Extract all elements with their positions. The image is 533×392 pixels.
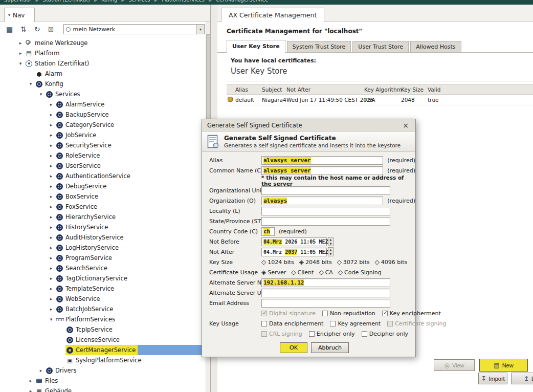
tree-item-webservice[interactable]: ▸WebService xyxy=(0,294,206,304)
tree-item-searchservice[interactable]: ▸SearchService xyxy=(0,263,206,273)
close-icon[interactable]: × xyxy=(401,121,410,129)
grid-icon[interactable]: ▦ xyxy=(6,26,13,33)
checkbox-key-agreement[interactable]: Key agreement xyxy=(330,320,381,327)
expand-arrow-icon[interactable]: ▸ xyxy=(47,245,55,250)
radio-1024-bits[interactable]: ◇1024 bits xyxy=(261,259,294,266)
expand-arrow-icon[interactable]: ▸ xyxy=(47,163,55,168)
tree-item-certmanagerservice[interactable]: CertManagerService xyxy=(0,345,206,355)
expand-arrow-icon[interactable]: ▸ xyxy=(47,122,55,127)
checkbox-decipher-only[interactable]: Decipher only xyxy=(362,331,408,337)
tree-item-drivers[interactable]: ▸Drivers xyxy=(0,365,206,376)
expand-arrow-icon[interactable]: ▸ xyxy=(16,40,25,46)
checkbox-encipher-only[interactable]: Encipher only xyxy=(309,331,355,337)
common-name-input[interactable]: alvasys server xyxy=(261,166,383,175)
breadcrumb-item-supervisor[interactable]: Supervisor xyxy=(4,0,31,3)
table-row[interactable]: defaultNiagara4Wed Jun 17 11:49:50 CEST … xyxy=(227,95,533,105)
org-unit-input[interactable] xyxy=(261,186,390,195)
alt-server-uri-input[interactable] xyxy=(261,289,390,297)
tree-item-files[interactable]: ▸Files xyxy=(0,376,206,386)
tree-item-historyservice[interactable]: ▸HistoryService xyxy=(0,222,206,232)
not-before-input[interactable]: 04.Mrz 2026 11:05 MEZ xyxy=(261,237,327,246)
collapse-arrow-icon[interactable]: ▾ xyxy=(47,317,55,322)
tree-item-templateservice[interactable]: ▸TemplateService xyxy=(0,284,206,294)
tree-item-tagdictionaryservice[interactable]: ▸TagDictionaryService xyxy=(0,273,206,284)
expand-arrow-icon[interactable]: ▸ xyxy=(47,112,55,117)
tree-item-securityservice[interactable]: ▸SecurityService xyxy=(0,140,206,150)
close-box-icon[interactable]: ⊠ xyxy=(48,26,54,33)
radio-server[interactable]: ◈Server xyxy=(261,269,286,276)
import-button[interactable]: ↧ Import xyxy=(478,373,507,384)
expand-arrow-icon[interactable]: ▸ xyxy=(47,184,55,189)
tree-item-batchjobservice[interactable]: ▸BatchJobService xyxy=(0,304,206,314)
expand-arrow-icon[interactable]: ▸ xyxy=(47,307,55,312)
new-button[interactable]: ▤ New xyxy=(479,359,528,372)
tree-item-alarm[interactable]: Alarm xyxy=(0,69,206,79)
radio-3072-bits[interactable]: ◇3072 bits xyxy=(337,259,370,266)
tree-item-syslogplatformservice[interactable]: SyslogPlatformService xyxy=(0,355,206,365)
combo-dropdown-button[interactable]: ▾ xyxy=(196,25,204,34)
refresh-icon[interactable]: ↻ xyxy=(34,26,40,33)
expand-arrow-icon[interactable]: ▸ xyxy=(37,368,45,373)
ok-button[interactable]: OK xyxy=(280,342,307,353)
checkbox-key-encipherment[interactable]: Key encipherment xyxy=(382,310,441,317)
tree-item-konfig[interactable]: ▾Konfig xyxy=(0,79,206,89)
collapse-arrow-icon[interactable]: ▾ xyxy=(16,61,25,66)
spinner-up-icon[interactable]: ▲ xyxy=(328,248,333,252)
breadcrumb-item-services[interactable]: Services xyxy=(128,0,150,3)
expand-arrow-icon[interactable]: ▸ xyxy=(47,153,55,158)
not-after-input[interactable]: 04.Mrz 2037 11:05 MEZ xyxy=(261,248,327,256)
expand-arrow-icon[interactable]: ▸ xyxy=(47,173,55,179)
date-spinner[interactable]: ▲▼ xyxy=(328,247,334,256)
tree-item-licenseservice[interactable]: LicenseService xyxy=(0,335,206,345)
checkbox-data-encipherment[interactable]: Data encipherment xyxy=(261,320,323,327)
tab-system-trust-store[interactable]: System Trust Store xyxy=(287,41,351,53)
country-code-input[interactable]: ch xyxy=(261,227,275,236)
collapse-arrow-icon[interactable]: ▾ xyxy=(27,81,35,86)
tree-item-categoryservice[interactable]: ▸CategoryService xyxy=(0,120,206,130)
tab-nav[interactable]: ▾ Nav xyxy=(4,8,35,22)
tree-item-backupservice[interactable]: ▸BackupService xyxy=(0,110,206,120)
breadcrumb-item-konfig[interactable]: Konfig xyxy=(101,0,117,3)
expand-arrow-icon[interactable]: ▸ xyxy=(47,296,55,301)
expand-arrow-icon[interactable]: ▸ xyxy=(47,204,55,209)
state-input[interactable] xyxy=(261,217,390,226)
expand-arrow-icon[interactable]: ▸ xyxy=(47,255,55,260)
tree-item-programservice[interactable]: ▸ProgramService xyxy=(0,253,206,263)
spinner-down-icon[interactable]: ▼ xyxy=(328,242,333,246)
expand-arrow-icon[interactable]: ▸ xyxy=(47,143,55,148)
tree-item-userservice[interactable]: ▸UserService xyxy=(0,161,206,171)
date-spinner[interactable]: ▲▼ xyxy=(328,237,334,246)
checkbox-certificate-signing[interactable]: Certificate signing xyxy=(387,320,446,327)
dialog-title-bar[interactable]: Generate Self Signed Certificate × xyxy=(202,119,415,132)
tree-item-tcpipservice[interactable]: TcpIpService xyxy=(0,324,206,335)
breadcrumb-item-certmanagerservice[interactable]: CertManagerService xyxy=(216,0,268,3)
expand-arrow-icon[interactable]: ▸ xyxy=(47,194,55,199)
expand-arrow-icon[interactable]: ▸ xyxy=(47,286,55,291)
tree-item-station-zertifikat[interactable]: ▾Station (Zertifikat) xyxy=(0,58,206,69)
export-button[interactable]: ↥ Ex xyxy=(511,373,533,384)
checkbox-digital-signature[interactable]: Digital signature xyxy=(261,310,316,317)
checkbox-crl-signing[interactable]: CRL signing xyxy=(261,331,302,337)
email-input[interactable] xyxy=(261,299,390,308)
tree-item-jobservice[interactable]: ▸JobService xyxy=(0,130,206,140)
breadcrumb-item-platformservices[interactable]: PlatformServices xyxy=(162,0,205,3)
spinner-up-icon[interactable]: ▲ xyxy=(328,237,333,242)
tree-item-platform[interactable]: ▸Platform xyxy=(0,48,206,58)
tree-item-debugservice[interactable]: ▸DebugService xyxy=(0,181,206,191)
tree-item-services[interactable]: ▾Services xyxy=(0,89,206,99)
tree-item-foxservice[interactable]: ▸FoxService xyxy=(0,202,206,212)
tab-ax-certificate-management[interactable]: AX Certificate Management xyxy=(221,8,324,22)
tree-item-platformservices[interactable]: ▾PlatformServices xyxy=(0,314,206,324)
sort-icon[interactable]: ⇅ xyxy=(20,26,27,33)
collapse-arrow-icon[interactable]: ▾ xyxy=(37,92,45,97)
tree-item-boxservice[interactable]: ▸BoxService xyxy=(0,191,206,202)
tab-allowed-hosts[interactable]: Allowed Hosts xyxy=(410,41,461,53)
tab-user-trust-store[interactable]: User Trust Store xyxy=(352,41,409,53)
expand-arrow-icon[interactable]: ▸ xyxy=(47,266,55,271)
network-combo[interactable]: mein Netzwerk ▾ xyxy=(63,24,205,34)
tab-user-key-store[interactable]: User Key Store xyxy=(227,40,285,53)
tree-item-authenticationservice[interactable]: ▸AuthenticationService xyxy=(0,171,206,181)
radio-2048-bits[interactable]: ◈2048 bits xyxy=(299,259,332,266)
radio-client[interactable]: ◇Client xyxy=(291,269,314,276)
expand-arrow-icon[interactable]: ▸ xyxy=(27,378,35,383)
